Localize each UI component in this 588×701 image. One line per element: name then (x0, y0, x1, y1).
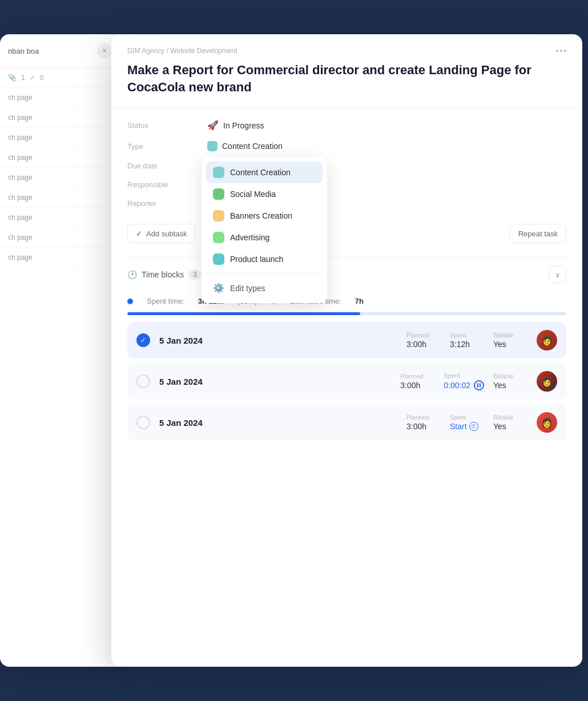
page-wrapper: nban boa × 📎 1 ✓ 0 ch pagech pagech page… (0, 0, 588, 701)
task-title: Make a Report for Commercial director an… (127, 62, 566, 95)
responsible-label: Responsible (127, 180, 207, 189)
billable-label-2: Billable (493, 373, 527, 380)
time-block-planned-col-1: Planned 3:00h (406, 332, 441, 349)
billable-value-2: Yes (493, 381, 527, 390)
collapse-time-blocks-button[interactable]: ∨ (549, 266, 566, 283)
repeat-task-label: Repeat task (518, 229, 558, 238)
time-block-date-3: 5 Jan 2024 (159, 418, 397, 428)
time-blocks-table: 5 Jan 2024 Planned 3:00h Spent 3:12h Bil… (127, 322, 566, 445)
content-creation-icon (213, 167, 224, 178)
progress-bar-fill (127, 312, 360, 315)
spent-dot (127, 299, 133, 304)
kanban-title: nban boa (8, 47, 39, 55)
time-blocks-title-row: 🕐 Time blocks 3 (127, 269, 202, 280)
type-value[interactable]: Content Creation Content Creation Social… (207, 141, 283, 151)
kanban-background: nban boa × 📎 1 ✓ 0 ch pagech pagech page… (0, 34, 120, 667)
time-block-row-3[interactable]: 5 Jan 2024 Planned 3:00h Spent Start ⏱ (127, 404, 566, 441)
kanban-items-list: ch pagech pagech pagech pagech pagech pa… (0, 88, 120, 268)
estimated-value: 7h (355, 297, 364, 305)
planned-value-1: 3:00h (406, 340, 441, 349)
clock-icon: 🕐 (127, 270, 137, 279)
kanban-list-item[interactable]: ch page (0, 128, 120, 148)
time-block-date-1: 5 Jan 2024 (159, 336, 397, 345)
type-dropdown[interactable]: Content Creation Social Media Banners Cr… (202, 157, 327, 303)
billable-value-1: Yes (493, 340, 527, 349)
time-blocks-header: 🕐 Time blocks 3 ∨ (127, 257, 566, 291)
modal-scroll-area[interactable]: Status 🚀 In Progress Type Content Creati… (111, 108, 582, 667)
time-block-billable-col-1: Billable Yes (493, 332, 527, 349)
assignee-avatar-1: 👩 (537, 330, 557, 350)
status-field-row: Status 🚀 In Progress (127, 120, 566, 131)
start-timer-icon: ⏱ (469, 422, 478, 431)
start-label: Start (450, 422, 467, 431)
reporter-field-row: Reporter (127, 199, 566, 208)
kanban-list-item[interactable]: ch page (0, 168, 120, 188)
kanban-list-item[interactable]: ch page (0, 148, 120, 168)
responsible-field-row: Responsible (127, 180, 566, 189)
product-launch-label: Product launch (230, 255, 283, 264)
edit-types-label: Edit types (230, 284, 265, 293)
time-blocks-title: Time blocks (142, 270, 184, 279)
planned-label-3: Planned (406, 414, 441, 421)
kanban-list-item[interactable]: ch page (0, 88, 120, 108)
billable-value-3: Yes (493, 422, 527, 431)
time-block-date-2: 5 Jan 2024 (159, 377, 391, 386)
more-options-button[interactable] (556, 50, 566, 52)
product-launch-icon (213, 253, 224, 265)
assignee-avatar-2: 👩 (537, 371, 557, 392)
kanban-list-item[interactable]: ch page (0, 188, 120, 208)
kanban-list-item[interactable]: ch page (0, 108, 120, 128)
status-text: In Progress (223, 121, 264, 130)
dropdown-item-product-launch[interactable]: Product launch (206, 248, 323, 270)
due-date-label: Due date (127, 162, 207, 170)
planned-value-3: 3:00h (406, 422, 441, 431)
add-subtask-label: Add subtask (146, 229, 187, 238)
time-block-row-1[interactable]: 5 Jan 2024 Planned 3:00h Spent 3:12h Bil… (127, 322, 566, 358)
pause-timer-button[interactable] (474, 380, 484, 390)
time-block-row-2[interactable]: 5 Jan 2024 Planned 3:00h Spent 0:00:02 (127, 363, 566, 400)
type-field-row: Type Content Creation Content Creation (127, 141, 566, 151)
dropdown-item-banners-creation[interactable]: Banners Creation (206, 205, 323, 227)
dropdown-item-content-creation[interactable]: Content Creation (206, 162, 323, 183)
advertising-icon (213, 232, 224, 243)
type-label: Type (127, 142, 207, 151)
spent-label: Spent time: (147, 297, 184, 305)
kanban-list-item[interactable]: ch page (0, 208, 120, 228)
dropdown-item-social-media[interactable]: Social Media (206, 183, 323, 205)
spent-label-2: Spent (444, 372, 484, 379)
kanban-header: nban boa × (0, 34, 120, 68)
kanban-list-item[interactable]: ch page (0, 228, 120, 248)
type-badge-icon (207, 141, 218, 151)
modal-header: GIM Agency / Website Development Make a … (111, 34, 582, 108)
time-block-checkbox-3[interactable] (136, 416, 150, 429)
start-timer-button[interactable]: Start ⏱ (450, 422, 484, 431)
spent-label-3: Spent (450, 414, 484, 421)
reporter-label: Reporter (127, 199, 207, 208)
time-blocks-section: 🕐 Time blocks 3 ∨ Spent time: 3h 12m (53… (111, 257, 582, 445)
kanban-list-item[interactable]: ch page (0, 248, 120, 268)
check-icon: ✓ (30, 74, 35, 82)
repeat-task-button[interactable]: Repeat task (510, 224, 566, 243)
time-block-checkbox-2[interactable] (136, 374, 150, 388)
spent-value-2: 0:00:02 (444, 381, 470, 390)
fields-section: Status 🚀 In Progress Type Content Creati… (111, 108, 582, 253)
spent-label-1: Spent (450, 332, 484, 339)
kanban-close-button[interactable]: × (97, 43, 112, 58)
time-block-planned-col-3: Planned 3:00h (406, 414, 441, 431)
edit-types-button[interactable]: ⚙️ Edit types (206, 277, 323, 299)
time-block-checkbox-1[interactable] (136, 333, 150, 347)
status-value[interactable]: 🚀 In Progress (207, 120, 264, 131)
breadcrumb: GIM Agency / Website Development (127, 47, 237, 55)
add-subtask-button[interactable]: ✓ Add subtask (127, 224, 196, 243)
social-media-icon (213, 188, 224, 200)
assignee-avatar-3: 👩 (537, 412, 557, 433)
dropdown-item-advertising[interactable]: Advertising (206, 227, 323, 248)
pause-icon (477, 383, 481, 388)
gear-icon: ⚙️ (213, 283, 224, 293)
status-emoji: 🚀 (207, 120, 219, 131)
time-summary: Spent time: 3h 12m (53%) Estimated time:… (127, 291, 566, 310)
content-creation-label: Content Creation (230, 168, 291, 177)
time-block-billable-col-3: Billable Yes (493, 414, 527, 431)
time-block-spent-col-1: Spent 3:12h (450, 332, 484, 349)
social-media-label: Social Media (230, 190, 276, 199)
